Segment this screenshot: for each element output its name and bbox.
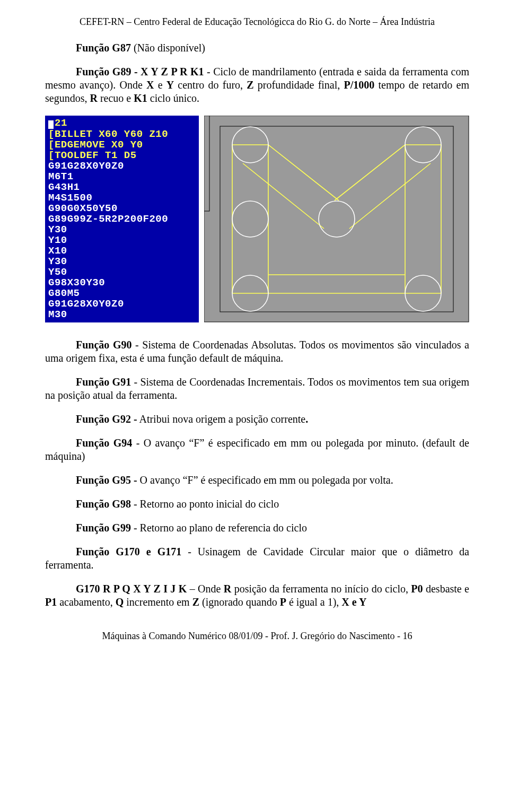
code-line: [BILLET X60 Y60 Z10 [48,129,196,139]
g170p-t7: é igual a 1), [286,596,341,608]
g170p-r: R [224,583,231,595]
g170p-t5: incremento em [124,596,192,608]
g89-t7: ciclo único. [147,92,199,104]
para-g92: Função G92 - Atribui nova origem a posiç… [45,413,469,426]
g170p-p1: P1 [45,596,57,608]
g170p-t1: – Onde [187,583,224,595]
g170p-t3: desbaste e [423,583,469,595]
g170p-z: Z [192,596,199,608]
g87-label: Função G87 [76,42,131,54]
g89-z: Z [247,79,253,91]
toolpath-diagram [204,116,469,322]
g98-text: - Retorno ao ponto inicial do ciclo [131,498,279,510]
para-g98: Função G98 - Retorno ao ponto inicial do… [45,497,469,511]
code-line: G89G99Z-5R2P200F200 [48,214,196,224]
g95-label: Função G95 - [76,474,140,486]
para-g170-params: G170 R P Q X Y Z I J K – Onde R posição … [45,582,469,609]
g99-label: Função G99 [76,522,131,534]
g170p-q: Q [116,596,124,608]
para-g90: Função G90 - Sistema de Coordenadas Abso… [45,338,469,365]
code-line: Y10 [48,235,196,246]
code-line: X10 [48,246,196,256]
g92-dot: . [305,413,308,425]
g90-label: Função G90 [76,339,131,351]
code-line: M4S1500 [48,193,196,203]
g170p-t4: acabamento, [57,596,116,608]
g170p-p0: P0 [411,583,423,595]
g170p-p: P [280,596,286,608]
g92-label: Função G92 - [76,413,137,425]
code-line: M6T1 [48,171,196,182]
para-g87: Função G87 (Não disponível) [45,41,469,55]
code-line: G91G28X0Y0Z0 [48,299,196,309]
code-line: G80M5 [48,288,196,299]
text-cursor [48,120,54,129]
g91-label: Função G91 [76,376,131,388]
g89-x: X [146,79,154,91]
g87-text: (Não disponível) [131,42,205,54]
svg-rect-1 [220,126,453,312]
g89-t3: centro do furo, [174,79,247,91]
code-line: G90G0X50Y50 [48,203,196,214]
footer-text: Máquinas à Comando Numérico 08/01/09 - P… [45,630,469,642]
svg-rect-2 [204,116,209,211]
g89-k1: K1 [134,92,147,104]
g92-text: Atribui nova origem a posição corrente [137,413,306,425]
g99-text: - Retorno ao plano de referencia do cicl… [131,522,307,534]
code-line: [TOOLDEF T1 D5 [48,150,196,161]
code-line: 21 [48,118,196,129]
code-panel: 21[BILLET X60 Y60 Z10[EDGEMOVE X0 Y0[TOO… [45,116,199,322]
code-line: Y50 [48,267,196,277]
g170p-xy: X e Y [341,596,366,608]
g170p-label: G170 R P Q X Y Z I J K [76,583,187,595]
para-g91: Função G91 - Sistema de Coordenadas Incr… [45,376,469,402]
g94-label: Função G94 [76,437,132,449]
g98-label: Função G98 [76,498,131,510]
code-line: M30 [48,309,196,320]
g89-r: R [90,92,97,104]
code-line: G91G28X0Y0Z0 [48,161,196,171]
g170p-t2: posição da ferramenta no início do ciclo… [231,583,411,595]
para-g99: Função G99 - Retorno ao plano de referen… [45,521,469,535]
g170-label: Função G170 e G171 [76,546,181,557]
code-line: G98X30Y30 [48,277,196,288]
g89-t4: profundidade final, [254,79,344,91]
code-line: G43H1 [48,182,196,193]
para-g94: Função G94 - O avanço “F” é especificado… [45,436,469,463]
g89-p: P/1000 [344,79,375,91]
g89-y: Y [166,79,174,91]
para-g95: Função G95 - O avanço “F” é especificado… [45,474,469,487]
para-g170: Função G170 e G171 - Usinagem de Cavidad… [45,545,469,572]
g89-t6: recuo e [98,92,134,104]
code-line: Y30 [48,256,196,267]
header-text: CEFET-RN – Centro Federal de Educação Te… [45,16,469,28]
figure-row: 21[BILLET X60 Y60 Z10[EDGEMOVE X0 Y0[TOO… [45,116,469,322]
g89-label: Função G89 - X Y Z P R K1 [76,66,204,77]
g89-t2: e [154,79,166,91]
code-line: Y30 [48,224,196,235]
page: CEFET-RN – Centro Federal de Educação Te… [0,0,509,652]
code-line: [EDGEMOVE X0 Y0 [48,139,196,150]
para-g89: Função G89 - X Y Z P R K1 - Ciclo de man… [45,65,469,105]
g95-text: O avanço “F” é especificado em mm ou pol… [140,474,393,486]
g170p-t6: (ignorado quando [199,596,280,608]
